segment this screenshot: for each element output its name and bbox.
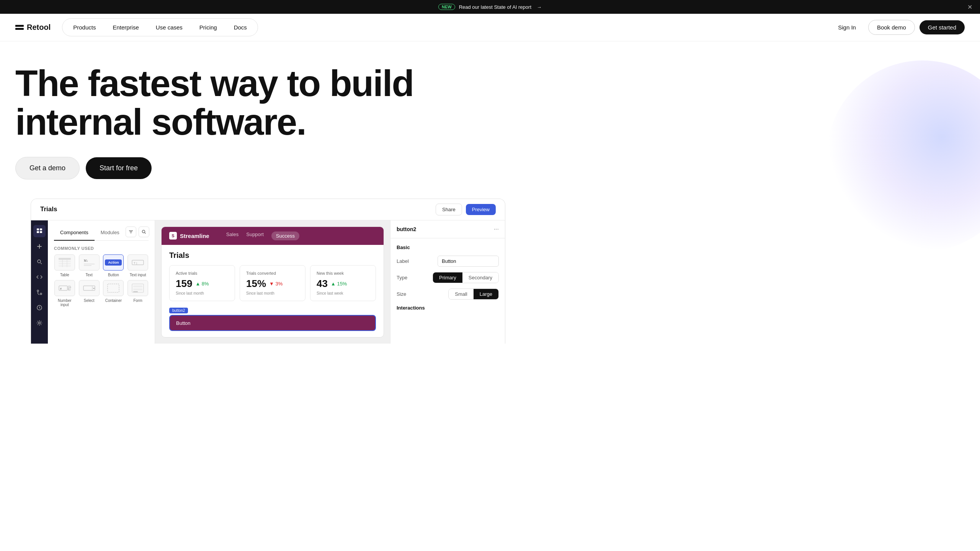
- hero-title: The fastest way to build internal softwa…: [15, 64, 475, 142]
- sidebar-icon-settings[interactable]: [33, 317, 46, 329]
- svg-point-6: [40, 293, 42, 295]
- new-badge: NEW: [438, 4, 455, 10]
- panel-label-input[interactable]: [438, 256, 499, 267]
- streamline-page-title: Trials: [169, 251, 376, 260]
- stat-value-2: 43 ▲ 15%: [317, 278, 369, 290]
- sign-in-button[interactable]: Sign In: [830, 20, 864, 34]
- top-banner: NEW Read our latest State of AI report →…: [0, 0, 980, 14]
- panel-type-row: Type Primary Secondary: [397, 272, 499, 283]
- components-filter-icon[interactable]: [126, 227, 136, 237]
- right-panel: button2 ··· Basic Label Type: [390, 220, 505, 344]
- nav-pricing[interactable]: Pricing: [192, 21, 225, 34]
- components-search-icon[interactable]: [139, 227, 149, 237]
- stat-value-1: 15% ▼ 3%: [246, 278, 299, 290]
- svg-point-8: [39, 322, 41, 324]
- right-panel-header: button2 ···: [390, 220, 505, 238]
- comp-label-text: Text: [85, 273, 92, 277]
- preview-button[interactable]: Preview: [466, 204, 496, 215]
- sidebar-icon-query[interactable]: [33, 256, 46, 268]
- close-icon[interactable]: ✕: [967, 3, 972, 11]
- comp-thumb-textinput: T |: [127, 254, 148, 271]
- right-panel-menu-icon[interactable]: ···: [494, 226, 499, 233]
- right-panel-body: Basic Label Type Primary Secondary: [390, 238, 505, 317]
- comp-label-container: Container: [105, 298, 122, 303]
- button2-element[interactable]: Button: [169, 315, 376, 331]
- svg-rect-12: [59, 263, 71, 264]
- logo[interactable]: Retool: [15, 23, 51, 32]
- stat-label-0: Active trials: [176, 271, 229, 276]
- panel-interactions-title: Interactions: [397, 305, 499, 311]
- hero-title-line1: The fastest way to build: [15, 63, 413, 104]
- stat-since-1: Since last month: [246, 291, 299, 295]
- app-header: Trials Share Preview: [31, 199, 505, 220]
- stream-nav-sales[interactable]: Sales: [226, 231, 239, 240]
- commonly-used-label: Commonly used: [54, 246, 149, 251]
- svg-text:T  |: T |: [134, 261, 137, 265]
- sidebar-icon-branch[interactable]: [33, 286, 46, 298]
- nav-enterprise[interactable]: Enterprise: [105, 21, 146, 34]
- hero: The fastest way to build internal softwa…: [0, 41, 536, 344]
- nav-use-cases[interactable]: Use cases: [148, 21, 190, 34]
- get-demo-button[interactable]: Get a demo: [15, 157, 80, 179]
- comp-thumb-number: # — I: [54, 280, 75, 296]
- stat-label-2: New this week: [317, 271, 369, 276]
- comp-container[interactable]: Container: [103, 280, 124, 307]
- comp-text[interactable]: M↓ Text: [78, 254, 100, 277]
- stat-change-1: ▼ 3%: [269, 281, 283, 287]
- streamline-logo-icon: S: [169, 232, 177, 240]
- get-started-button[interactable]: Get started: [920, 20, 965, 34]
- comp-button[interactable]: Action Button: [103, 254, 124, 277]
- size-large-btn[interactable]: Large: [474, 289, 498, 299]
- stat-since-0: Since last month: [176, 291, 229, 295]
- component-grid: Table M↓ Text: [54, 254, 149, 307]
- stream-nav-support[interactable]: Support: [246, 231, 264, 240]
- svg-rect-32: [133, 291, 138, 292]
- tab-components[interactable]: Components: [54, 227, 95, 241]
- book-demo-button[interactable]: Book demo: [868, 20, 915, 35]
- svg-rect-2: [37, 231, 39, 233]
- comp-text-input[interactable]: T | Text input: [127, 254, 149, 277]
- app-title: Trials: [40, 205, 57, 213]
- comp-thumb-text: M↓: [79, 254, 100, 271]
- logo-text: Retool: [27, 23, 51, 32]
- banner-text: Read our latest State of AI report: [459, 4, 531, 10]
- stats-grid: Active trials 159 ▲ 8% Since last month: [169, 265, 376, 301]
- panel-section-basic: Basic: [397, 245, 499, 250]
- comp-form[interactable]: Form: [127, 280, 149, 307]
- comp-label-form: Form: [133, 298, 142, 303]
- comp-select[interactable]: Select: [78, 280, 100, 307]
- comp-number[interactable]: # — I Number input: [54, 280, 75, 307]
- nav-products[interactable]: Products: [65, 21, 103, 34]
- app-body: Components Modules: [31, 220, 505, 344]
- sidebar-icon-clock[interactable]: [33, 302, 46, 314]
- streamline-logo-text: Streamline: [180, 233, 209, 239]
- type-secondary-btn[interactable]: Secondary: [462, 272, 498, 283]
- share-button[interactable]: Share: [436, 204, 462, 215]
- stat-card-converted: Trials converted 15% ▼ 3% Since last mon…: [240, 265, 305, 301]
- svg-point-9: [142, 230, 145, 233]
- nav-docs[interactable]: Docs: [226, 21, 255, 34]
- sidebar-icon-plus[interactable]: [33, 240, 46, 253]
- comp-table[interactable]: Table: [54, 254, 75, 277]
- sidebar-icon-grid[interactable]: [33, 225, 46, 237]
- sidebar-icon-code[interactable]: [33, 271, 46, 283]
- comp-thumb-select: [79, 280, 100, 296]
- stat-change-2: ▲ 15%: [331, 281, 347, 287]
- streamline-nav: Sales Support Success: [226, 231, 299, 240]
- start-free-button[interactable]: Start for free: [86, 157, 152, 179]
- size-small-btn[interactable]: Small: [449, 289, 474, 299]
- type-primary-btn[interactable]: Primary: [433, 272, 462, 283]
- svg-text:M↓: M↓: [84, 259, 88, 262]
- svg-rect-11: [59, 261, 71, 262]
- panel-size-toggle: Small Large: [448, 289, 499, 300]
- svg-rect-30: [133, 285, 142, 287]
- comp-label-button: Button: [108, 273, 119, 277]
- svg-rect-13: [59, 265, 71, 267]
- svg-rect-10: [59, 258, 71, 260]
- stat-value-0: 159 ▲ 8%: [176, 278, 229, 290]
- panel-size-row: Size Small Large: [397, 289, 499, 300]
- svg-rect-31: [133, 289, 142, 290]
- stream-nav-success[interactable]: Success: [271, 231, 299, 240]
- tab-modules[interactable]: Modules: [95, 227, 126, 241]
- logo-icon: [15, 25, 24, 30]
